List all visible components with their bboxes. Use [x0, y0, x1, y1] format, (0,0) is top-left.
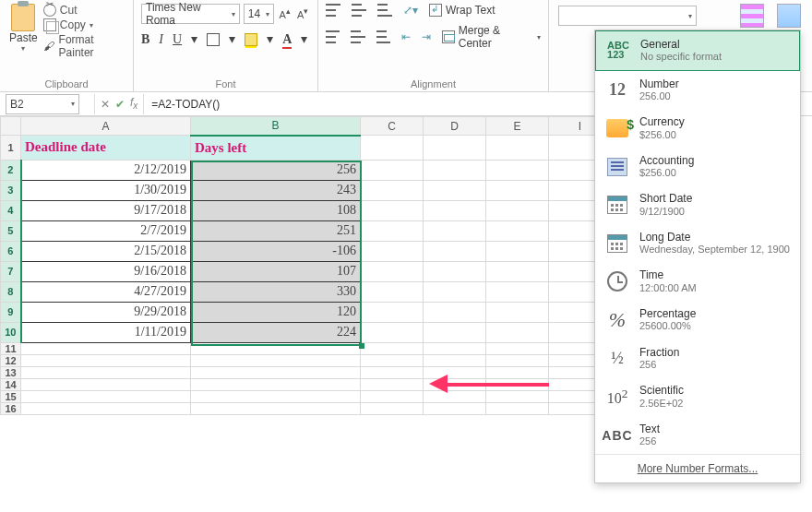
row-header-6[interactable]: 6: [1, 241, 21, 261]
cell-C7[interactable]: [361, 261, 424, 281]
cut-button[interactable]: Cut: [43, 4, 125, 17]
cell-A9[interactable]: 9/29/2018: [21, 302, 191, 322]
cell-A2[interactable]: 2/12/2019: [21, 160, 191, 180]
cell-A3[interactable]: 1/30/2019: [21, 180, 191, 200]
row-header-7[interactable]: 7: [1, 261, 21, 281]
cell-B3[interactable]: 243: [191, 180, 361, 200]
cell-B13[interactable]: [191, 366, 361, 378]
cell-A13[interactable]: [21, 366, 191, 378]
cell-C3[interactable]: [361, 180, 424, 200]
cell-B2[interactable]: 256: [191, 160, 361, 180]
cell-D4[interactable]: [424, 200, 486, 220]
row-header-10[interactable]: 10: [1, 322, 21, 342]
format-painter-button[interactable]: Format Painter: [43, 33, 125, 59]
underline-button[interactable]: U: [173, 32, 182, 47]
cell-B1[interactable]: Days left: [191, 136, 361, 161]
chevron-down-icon[interactable]: ▾: [229, 31, 235, 47]
align-top-button[interactable]: [326, 4, 340, 17]
row-header-5[interactable]: 5: [1, 220, 21, 241]
cell-E5[interactable]: [486, 220, 549, 241]
paste-button[interactable]: Paste ▾: [7, 4, 40, 59]
cell-A5[interactable]: 2/7/2019: [21, 220, 191, 241]
row-header-11[interactable]: 11: [1, 342, 21, 354]
format-as-table-button[interactable]: [777, 4, 801, 28]
orientation-button[interactable]: ⤢▾: [403, 4, 418, 17]
row-header-9[interactable]: 9: [1, 302, 21, 322]
cell-A1[interactable]: Deadline date: [21, 136, 191, 161]
row-header-14[interactable]: 14: [1, 378, 21, 390]
cell-C10[interactable]: [361, 322, 424, 342]
number-format-option-currency[interactable]: Currency$256.00: [595, 109, 800, 148]
cell-D16[interactable]: [424, 402, 486, 414]
number-format-option-time[interactable]: Time12:00:00 AM: [595, 262, 800, 301]
chevron-down-icon[interactable]: ▾: [267, 31, 273, 47]
cell-C1[interactable]: [361, 136, 424, 161]
cell-D6[interactable]: [424, 241, 486, 261]
worksheet-grid[interactable]: ABCDEI1Deadline dateDays left22/12/20192…: [0, 116, 612, 415]
font-color-button[interactable]: A: [282, 32, 292, 47]
cell-D7[interactable]: [424, 261, 486, 281]
cell-A6[interactable]: 2/15/2018: [21, 241, 191, 261]
cell-D2[interactable]: [424, 160, 486, 180]
font-size-select[interactable]: 14 ▾: [244, 4, 274, 24]
cell-C11[interactable]: [361, 342, 424, 354]
cell-C13[interactable]: [361, 366, 424, 378]
cell-A12[interactable]: [21, 354, 191, 366]
cell-A4[interactable]: 9/17/2018: [21, 200, 191, 220]
decrease-indent-button[interactable]: ⇤: [401, 30, 411, 43]
number-format-option-shortdate[interactable]: Short Date9/12/1900: [595, 185, 800, 224]
cell-B8[interactable]: 330: [191, 281, 361, 302]
cell-C14[interactable]: [361, 378, 424, 390]
number-format-option-general[interactable]: ABC123GeneralNo specific format: [595, 30, 800, 71]
cell-C4[interactable]: [361, 200, 424, 220]
number-format-option-scientific[interactable]: 102Scientific2.56E+02: [595, 377, 800, 416]
cell-C5[interactable]: [361, 220, 424, 241]
row-header-16[interactable]: 16: [1, 402, 21, 414]
col-header-D[interactable]: D: [424, 117, 486, 136]
more-number-formats-link[interactable]: More Number Formats...: [595, 454, 800, 482]
cell-A8[interactable]: 4/27/2019: [21, 281, 191, 302]
row-header-4[interactable]: 4: [1, 200, 21, 220]
number-format-option-fraction[interactable]: ½Fraction256: [595, 339, 800, 378]
cell-B4[interactable]: 108: [191, 200, 361, 220]
cell-E7[interactable]: [486, 261, 549, 281]
align-left-button[interactable]: [326, 30, 340, 43]
number-format-select[interactable]: ▾: [558, 6, 697, 26]
shrink-font-button[interactable]: A▾: [296, 6, 310, 22]
cell-E8[interactable]: [486, 281, 549, 302]
cell-A11[interactable]: [21, 342, 191, 354]
cell-C8[interactable]: [361, 281, 424, 302]
cell-B14[interactable]: [191, 378, 361, 390]
selection-fill-handle[interactable]: [359, 343, 364, 349]
align-bottom-button[interactable]: [377, 4, 392, 17]
row-header-1[interactable]: 1: [1, 136, 21, 161]
cell-C2[interactable]: [361, 160, 424, 180]
cell-B12[interactable]: [191, 354, 361, 366]
cell-B10[interactable]: 224: [191, 322, 361, 342]
merge-center-button[interactable]: Merge & Center ▾: [442, 24, 541, 50]
insert-function-button[interactable]: fx: [130, 96, 137, 111]
number-format-option-accounting[interactable]: Accounting$256.00: [595, 148, 800, 186]
cell-E11[interactable]: [486, 342, 549, 354]
row-header-8[interactable]: 8: [1, 281, 21, 302]
align-right-button[interactable]: [376, 30, 390, 43]
cell-E3[interactable]: [486, 180, 549, 200]
chevron-down-icon[interactable]: ▾: [21, 44, 25, 53]
number-format-option-number[interactable]: 12Number256.00: [595, 71, 800, 110]
name-box[interactable]: B2 ▾: [6, 94, 79, 114]
cell-B9[interactable]: 120: [191, 302, 361, 322]
cell-B5[interactable]: 251: [191, 220, 361, 241]
cell-E4[interactable]: [486, 200, 549, 220]
cell-D12[interactable]: [424, 354, 486, 366]
col-header-A[interactable]: A: [21, 117, 191, 136]
chevron-down-icon[interactable]: ▾: [90, 21, 93, 30]
cell-D10[interactable]: [424, 322, 486, 342]
cell-D5[interactable]: [424, 220, 486, 241]
align-middle-button[interactable]: [352, 4, 366, 17]
cell-E10[interactable]: [486, 322, 549, 342]
borders-button[interactable]: [207, 33, 220, 46]
col-header-E[interactable]: E: [486, 117, 549, 136]
cell-B7[interactable]: 107: [191, 261, 361, 281]
wrap-text-button[interactable]: Wrap Text: [429, 4, 496, 17]
cell-B11[interactable]: [191, 342, 361, 354]
